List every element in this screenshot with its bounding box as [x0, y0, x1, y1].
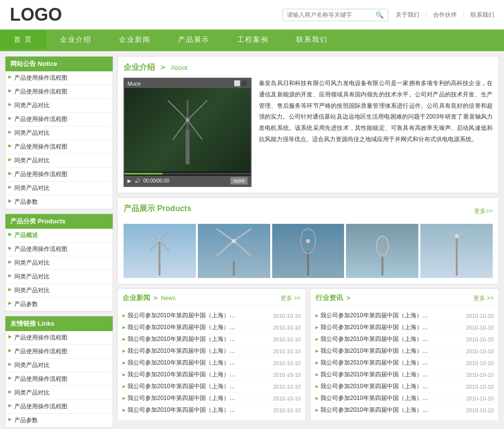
news-list-item[interactable]: 我公司参加2010年第四届中国（上海）国际风2010-10-10 [123, 334, 301, 345]
sidebar-link-item[interactable]: 产品使用操作流程图 [5, 331, 113, 345]
industry-list-item[interactable]: 我公司参加2010年第四届中国（上海）国际风2010-10-10 [315, 357, 494, 369]
product-image-1[interactable] [124, 224, 196, 278]
news-list-item[interactable]: 我公司参加2010年第四届中国（上海）国际风2010-10-10 [123, 381, 301, 393]
industry-list-item[interactable]: 我公司参加2010年第四届中国（上海）国际风2010-10-10 [315, 369, 494, 381]
news-item-text: 我公司参加2010年第四届中国（上海）国际风 [123, 335, 271, 343]
svg-line-11 [159, 241, 169, 251]
news-item-date: 2010-10-10 [273, 360, 301, 366]
company-news-list: 我公司参加2010年第四届中国（上海）国际风2010-10-10我公司参加201… [123, 310, 301, 416]
industry-list-item[interactable]: 我公司参加2010年第四届中国（上海）国际风2010-10-10 [315, 334, 494, 345]
industry-list-item[interactable]: 我公司参加2010年第四届中国（上海）国际风2010-10-10 [315, 393, 494, 404]
header-right: 🔍 关于我们 ｜ 合作伙伴 ｜ 联系我们 [283, 9, 494, 21]
industry-item-date: 2010-10-10 [466, 407, 494, 413]
sidebar-notice-item[interactable]: 同类产品对比 [5, 126, 113, 140]
nav-about[interactable]: 企业介绍 [46, 30, 105, 49]
about-description: 秦皇岛风日和科技有限公司风力发电设备有限公司是一家拥有多项专利的高科技企业，在通… [259, 78, 493, 187]
sidebar-product-item[interactable]: 产品使用操作流程图 [5, 243, 113, 256]
product-turbine-1 [145, 226, 174, 276]
product-image-4[interactable] [346, 224, 418, 278]
sep2: ｜ [461, 11, 467, 19]
industry-news-title: 行业资讯 ＞ [315, 294, 352, 303]
industry-list-item[interactable]: 我公司参加2010年第四届中国（上海）国际风2010-10-10 [315, 381, 494, 393]
sidebar-notice-item[interactable]: 同类产品对比 [5, 182, 113, 195]
video-more-button[interactable]: more [230, 177, 248, 184]
news-list-item[interactable]: 我公司参加2010年第四届中国（上海）国际风2010-10-10 [123, 393, 301, 404]
company-news-gt: ＞ [152, 294, 161, 302]
sidebar-link-item[interactable]: 产品使用操作流程图 [5, 345, 113, 359]
industry-list-item[interactable]: 我公司参加2010年第四届中国（上海）国际风2010-10-10 [315, 345, 494, 357]
volume-button[interactable]: 🔊 [134, 178, 140, 184]
sidebar-link-item[interactable]: 同类产品对比 [5, 386, 113, 400]
video-time: 00:00/00:00 [143, 178, 227, 184]
industry-list-item[interactable]: 我公司参加2010年第四届中国（上海）国际风2010-10-10 [315, 310, 494, 322]
news-list-item[interactable]: 我公司参加2010年第四届中国（上海）国际风2010-10-10 [123, 404, 301, 416]
svg-rect-23 [381, 256, 383, 276]
product-image-5[interactable] [420, 224, 493, 278]
sidebar-product-item[interactable]: 同类产品对比 [5, 256, 113, 270]
news-item-date: 2010-10-10 [273, 384, 301, 390]
industry-news-more[interactable]: 更多 >> [473, 294, 494, 303]
main-content-area: 企业介绍 ＞ About Muce ⬜⬛ [117, 56, 499, 429]
svg-rect-14 [233, 261, 235, 276]
search-button[interactable]: 🔍 [372, 9, 388, 21]
svg-rect-26 [456, 256, 458, 276]
product-image-3[interactable] [272, 224, 345, 278]
sidebar: 网站公告 Notice 产品使用操作流程图 产品使用操作流程图 同类产品对比 产… [5, 56, 113, 429]
play-button[interactable]: ▶ [127, 178, 131, 184]
sidebar-notice-item[interactable]: 同类产品对比 [5, 154, 113, 168]
products-title: 产品展示 Products [124, 204, 191, 214]
about-section: 企业介绍 ＞ About Muce ⬜⬛ [117, 56, 499, 193]
video-progress-fill [125, 173, 162, 175]
svg-line-28 [457, 229, 472, 236]
sidebar-product-item[interactable]: 同类产品对比 [5, 284, 113, 298]
nav-home[interactable]: 首 页 [0, 30, 46, 49]
company-news-more[interactable]: 更多 >> [281, 294, 301, 303]
sidebar-notice-item[interactable]: 产品使用操作流程图 [5, 140, 113, 154]
svg-rect-20 [307, 251, 309, 276]
products-section: 产品展示 Products 更多>> [117, 197, 499, 284]
news-list-item[interactable]: 我公司参加2010年第四届中国（上海）国际风2010-10-10 [123, 357, 301, 369]
sidebar-notice-item[interactable]: 产品使用操作流程图 [5, 71, 113, 85]
sidebar-product-overview[interactable]: 产品概述 [5, 229, 113, 243]
svg-point-19 [232, 239, 236, 243]
news-list-item[interactable]: 我公司参加2010年第四届中国（上海）国际风2010-10-10 [123, 322, 301, 334]
news-list-item[interactable]: 我公司参加2010年第四届中国（上海）国际风2010-10-10 [123, 345, 301, 357]
contact-link[interactable]: 联系我们 [471, 11, 494, 19]
industry-news-list: 我公司参加2010年第四届中国（上海）国际风2010-10-10我公司参加201… [315, 310, 494, 416]
header: LOGO 🔍 关于我们 ｜ 合作伙伴 ｜ 联系我们 [0, 0, 504, 30]
sidebar-link-item[interactable]: 产品使用操作流程图 [5, 372, 113, 386]
nav-news[interactable]: 企业新闻 [105, 30, 164, 49]
products-more-link[interactable]: 更多>> [474, 207, 493, 215]
industry-item-date: 2010-10-10 [466, 348, 494, 354]
sidebar-notice-item[interactable]: 同类产品对比 [5, 99, 113, 113]
industry-item-text: 我公司参加2010年第四届中国（上海）国际风 [315, 406, 464, 414]
sidebar-notice-item[interactable]: 产品使用操作流程图 [5, 113, 113, 126]
header-links: 关于我们 ｜ 合作伙伴 ｜ 联系我们 [396, 11, 494, 19]
search-input[interactable] [283, 9, 372, 20]
main-content: 网站公告 Notice 产品使用操作流程图 产品使用操作流程图 同类产品对比 产… [0, 51, 504, 429]
product-image-2[interactable] [198, 224, 270, 278]
sidebar-link-item[interactable]: 产品参数 [5, 414, 113, 428]
sidebar-notice-item[interactable]: 产品使用操作流程图 [5, 168, 113, 182]
sidebar-notice-item[interactable]: 产品参数 [5, 195, 113, 209]
industry-item-date: 2010-10-10 [466, 337, 494, 342]
sidebar-link-item[interactable]: 产品使用操作流程图 [5, 400, 113, 414]
partner-link[interactable]: 合作伙伴 [433, 11, 457, 19]
industry-item-text: 我公司参加2010年第四届中国（上海）国际风 [315, 394, 464, 402]
nav-contact[interactable]: 联系我们 [283, 30, 342, 49]
sidebar-product-item[interactable]: 同类产品对比 [5, 270, 113, 284]
about-link[interactable]: 关于我们 [396, 11, 419, 19]
news-list-item[interactable]: 我公司参加2010年第四届中国（上海）国际风2010-10-10 [123, 369, 301, 381]
industry-list-item[interactable]: 我公司参加2010年第四届中国（上海）国际风2010-10-10 [315, 322, 494, 334]
nav-projects[interactable]: 工程案例 [223, 30, 283, 49]
industry-news-col: 行业资讯 ＞ 更多 >> 我公司参加2010年第四届中国（上海）国际风2010-… [310, 288, 499, 421]
logo: LOGO [10, 4, 62, 25]
industry-list-item[interactable]: 我公司参加2010年第四届中国（上海）国际风2010-10-10 [315, 404, 494, 416]
about-title: 企业介绍 [124, 62, 155, 73]
sidebar-link-item[interactable]: 同类产品对比 [5, 359, 113, 372]
nav-products[interactable]: 产品展示 [164, 30, 223, 49]
sidebar-notice-item[interactable]: 产品使用操作流程图 [5, 85, 113, 99]
sidebar-product-item[interactable]: 产品参数 [5, 298, 113, 311]
news-list-item[interactable]: 我公司参加2010年第四届中国（上海）国际风2010-10-10 [123, 310, 301, 322]
svg-line-4 [188, 120, 202, 140]
